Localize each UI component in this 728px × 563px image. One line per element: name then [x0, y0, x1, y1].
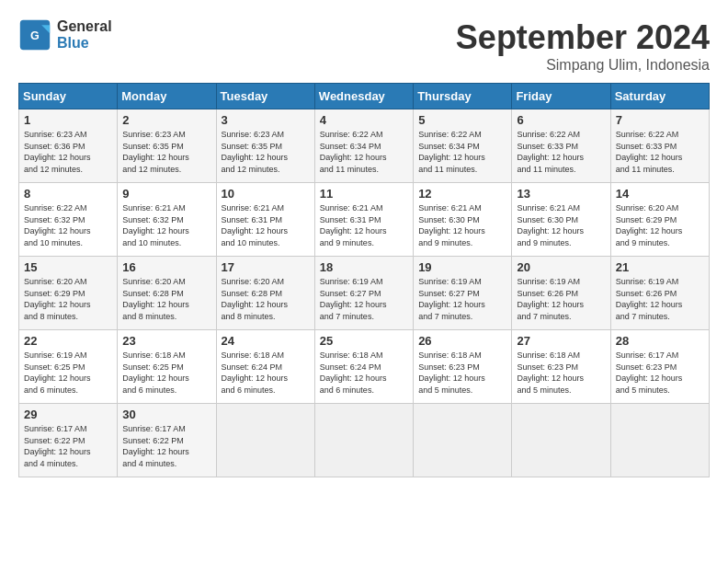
day-number: 20 [517, 260, 605, 274]
day-number: 28 [616, 334, 704, 348]
calendar-cell: 15 Sunrise: 6:20 AMSunset: 6:29 PMDaylig… [19, 257, 118, 330]
day-number: 22 [24, 334, 112, 348]
cell-info: Sunrise: 6:19 AMSunset: 6:26 PMDaylight:… [616, 276, 704, 322]
cell-info: Sunrise: 6:21 AMSunset: 6:30 PMDaylight:… [418, 202, 506, 248]
cell-info: Sunrise: 6:17 AMSunset: 6:22 PMDaylight:… [24, 423, 112, 469]
calendar-cell: 26 Sunrise: 6:18 AMSunset: 6:23 PMDaylig… [414, 330, 512, 404]
cell-info: Sunrise: 6:19 AMSunset: 6:27 PMDaylight:… [320, 276, 408, 322]
day-number: 11 [320, 187, 408, 201]
cell-info: Sunrise: 6:19 AMSunset: 6:25 PMDaylight:… [24, 350, 112, 396]
calendar-cell: 11 Sunrise: 6:21 AMSunset: 6:31 PMDaylig… [314, 183, 413, 257]
day-number: 12 [418, 187, 506, 201]
calendar-cell: 2 Sunrise: 6:23 AMSunset: 6:35 PMDayligh… [118, 109, 216, 183]
cell-info: Sunrise: 6:18 AMSunset: 6:23 PMDaylight:… [517, 350, 605, 396]
cell-info: Sunrise: 6:22 AMSunset: 6:34 PMDaylight:… [320, 129, 408, 175]
calendar-cell: 18 Sunrise: 6:19 AMSunset: 6:27 PMDaylig… [314, 257, 413, 330]
cell-info: Sunrise: 6:22 AMSunset: 6:33 PMDaylight:… [616, 129, 704, 175]
week-row-5: 29 Sunrise: 6:17 AMSunset: 6:22 PMDaylig… [19, 404, 710, 477]
day-number: 24 [222, 334, 310, 348]
calendar-cell: 23 Sunrise: 6:18 AMSunset: 6:25 PMDaylig… [118, 330, 216, 404]
cell-info: Sunrise: 6:21 AMSunset: 6:31 PMDaylight:… [222, 202, 310, 248]
header-cell-saturday: Saturday [610, 84, 709, 109]
calendar-cell: 17 Sunrise: 6:20 AMSunset: 6:28 PMDaylig… [216, 257, 314, 330]
week-row-4: 22 Sunrise: 6:19 AMSunset: 6:25 PMDaylig… [19, 330, 710, 404]
calendar-cell: 21 Sunrise: 6:19 AMSunset: 6:26 PMDaylig… [610, 257, 709, 330]
header-cell-friday: Friday [512, 84, 610, 109]
cell-info: Sunrise: 6:21 AMSunset: 6:32 PMDaylight:… [122, 202, 210, 248]
calendar-cell [512, 404, 610, 477]
cell-info: Sunrise: 6:23 AMSunset: 6:35 PMDaylight:… [222, 129, 310, 175]
calendar-cell: 19 Sunrise: 6:19 AMSunset: 6:27 PMDaylig… [414, 257, 512, 330]
day-number: 9 [122, 187, 210, 201]
calendar-cell [414, 404, 512, 477]
calendar-cell [610, 404, 709, 477]
week-row-2: 8 Sunrise: 6:22 AMSunset: 6:32 PMDayligh… [19, 183, 710, 257]
day-number: 10 [222, 187, 310, 201]
logo-text: General Blue [57, 18, 112, 52]
calendar-body: 1 Sunrise: 6:23 AMSunset: 6:36 PMDayligh… [19, 109, 710, 477]
day-number: 15 [24, 260, 112, 274]
calendar-cell: 28 Sunrise: 6:17 AMSunset: 6:23 PMDaylig… [610, 330, 709, 404]
day-number: 1 [24, 113, 112, 127]
day-number: 25 [320, 334, 408, 348]
header-cell-wednesday: Wednesday [314, 84, 413, 109]
day-number: 18 [320, 260, 408, 274]
calendar-cell: 13 Sunrise: 6:21 AMSunset: 6:30 PMDaylig… [512, 183, 610, 257]
calendar-cell: 27 Sunrise: 6:18 AMSunset: 6:23 PMDaylig… [512, 330, 610, 404]
day-number: 16 [122, 260, 210, 274]
calendar-cell [314, 404, 413, 477]
cell-info: Sunrise: 6:22 AMSunset: 6:34 PMDaylight:… [418, 129, 506, 175]
day-number: 13 [517, 187, 605, 201]
calendar-cell: 25 Sunrise: 6:18 AMSunset: 6:24 PMDaylig… [314, 330, 413, 404]
calendar-cell: 3 Sunrise: 6:23 AMSunset: 6:35 PMDayligh… [216, 109, 314, 183]
logo-icon: G [18, 18, 51, 52]
cell-info: Sunrise: 6:17 AMSunset: 6:22 PMDaylight:… [122, 423, 210, 469]
cell-info: Sunrise: 6:23 AMSunset: 6:35 PMDaylight:… [122, 129, 210, 175]
month-title: September 2024 [456, 18, 710, 57]
day-number: 30 [122, 408, 210, 421]
day-number: 8 [24, 187, 112, 201]
day-number: 27 [517, 334, 605, 348]
calendar-cell: 14 Sunrise: 6:20 AMSunset: 6:29 PMDaylig… [610, 183, 709, 257]
cell-info: Sunrise: 6:20 AMSunset: 6:28 PMDaylight:… [122, 276, 210, 322]
logo: G General Blue [18, 18, 112, 52]
cell-info: Sunrise: 6:22 AMSunset: 6:33 PMDaylight:… [517, 129, 605, 175]
cell-info: Sunrise: 6:23 AMSunset: 6:36 PMDaylight:… [24, 129, 112, 175]
calendar-table: SundayMondayTuesdayWednesdayThursdayFrid… [18, 83, 710, 477]
cell-info: Sunrise: 6:20 AMSunset: 6:28 PMDaylight:… [222, 276, 310, 322]
calendar-cell: 24 Sunrise: 6:18 AMSunset: 6:24 PMDaylig… [216, 330, 314, 404]
day-number: 6 [517, 113, 605, 127]
calendar-cell: 16 Sunrise: 6:20 AMSunset: 6:28 PMDaylig… [118, 257, 216, 330]
header-cell-tuesday: Tuesday [216, 84, 314, 109]
calendar-header-row: SundayMondayTuesdayWednesdayThursdayFrid… [19, 84, 710, 109]
header-cell-thursday: Thursday [414, 84, 512, 109]
calendar-cell: 29 Sunrise: 6:17 AMSunset: 6:22 PMDaylig… [19, 404, 118, 477]
day-number: 4 [320, 113, 408, 127]
cell-info: Sunrise: 6:19 AMSunset: 6:27 PMDaylight:… [418, 276, 506, 322]
day-number: 14 [616, 187, 704, 201]
calendar-cell: 7 Sunrise: 6:22 AMSunset: 6:33 PMDayligh… [610, 109, 709, 183]
calendar-cell: 12 Sunrise: 6:21 AMSunset: 6:30 PMDaylig… [414, 183, 512, 257]
cell-info: Sunrise: 6:21 AMSunset: 6:30 PMDaylight:… [517, 202, 605, 248]
title-block: September 2024 Simpang Ulim, Indonesia [456, 18, 710, 74]
cell-info: Sunrise: 6:18 AMSunset: 6:25 PMDaylight:… [122, 350, 210, 396]
day-number: 7 [616, 113, 704, 127]
cell-info: Sunrise: 6:18 AMSunset: 6:24 PMDaylight:… [320, 350, 408, 396]
main-container: G General Blue September 2024 Simpang Ul… [0, 0, 728, 487]
cell-info: Sunrise: 6:18 AMSunset: 6:24 PMDaylight:… [222, 350, 310, 396]
calendar-cell: 4 Sunrise: 6:22 AMSunset: 6:34 PMDayligh… [314, 109, 413, 183]
cell-info: Sunrise: 6:17 AMSunset: 6:23 PMDaylight:… [616, 350, 704, 396]
week-row-3: 15 Sunrise: 6:20 AMSunset: 6:29 PMDaylig… [19, 257, 710, 330]
location-title: Simpang Ulim, Indonesia [456, 57, 710, 74]
calendar-cell: 9 Sunrise: 6:21 AMSunset: 6:32 PMDayligh… [118, 183, 216, 257]
cell-info: Sunrise: 6:20 AMSunset: 6:29 PMDaylight:… [24, 276, 112, 322]
day-number: 3 [222, 113, 310, 127]
cell-info: Sunrise: 6:19 AMSunset: 6:26 PMDaylight:… [517, 276, 605, 322]
day-number: 5 [418, 113, 506, 127]
calendar-cell: 8 Sunrise: 6:22 AMSunset: 6:32 PMDayligh… [19, 183, 118, 257]
calendar-cell: 10 Sunrise: 6:21 AMSunset: 6:31 PMDaylig… [216, 183, 314, 257]
calendar-cell: 22 Sunrise: 6:19 AMSunset: 6:25 PMDaylig… [19, 330, 118, 404]
header: G General Blue September 2024 Simpang Ul… [18, 18, 710, 74]
day-number: 21 [616, 260, 704, 274]
week-row-1: 1 Sunrise: 6:23 AMSunset: 6:36 PMDayligh… [19, 109, 710, 183]
